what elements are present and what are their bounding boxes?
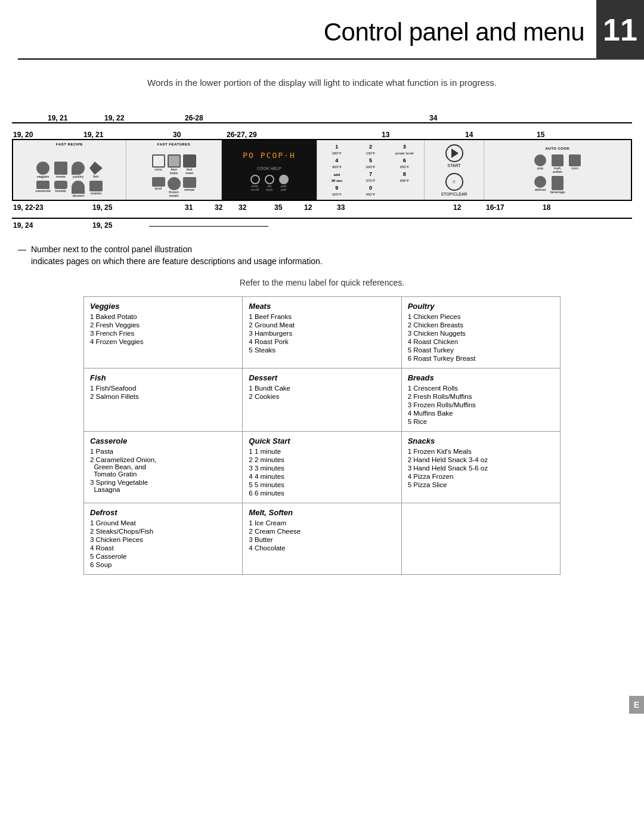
ms-1: 1 Ice Cream	[249, 519, 395, 527]
veggies-cell: Veggies 1 Baked Potato 2 Fresh Veggies 3…	[84, 297, 243, 368]
annot-26-27-29: 26-27, 29	[227, 131, 257, 139]
casserole-1: 1 Pasta	[90, 448, 236, 455]
annot-19-24: 19, 24	[13, 221, 33, 230]
fast-bake-icon: fastbake	[168, 154, 181, 175]
btn-5[interactable]: 5330°F	[355, 157, 387, 169]
breads-icon-section: breads	[53, 181, 69, 197]
casserole-icon-section: casserole	[35, 181, 51, 197]
top-divider	[18, 58, 626, 60]
stop-clear-btn-area: ▽ STOP/CLEAR	[441, 173, 467, 196]
corn-icon: corn	[568, 154, 583, 174]
meats-3: 3 Hamburgers	[249, 330, 395, 337]
btn-0[interactable]: 0450°F	[355, 185, 387, 197]
note-text-2: indicates pages on which there are featu…	[31, 256, 626, 266]
annot-34: 34	[429, 114, 437, 122]
note-arrow-icon: —	[18, 244, 26, 254]
annot-35: 35	[274, 203, 282, 212]
meats-4: 4 Roast Pork	[249, 338, 395, 345]
fast-recipe-label: FAST RECIPE	[56, 143, 83, 146]
defrost-3: 3 Chicken Pieces	[90, 536, 236, 543]
empty-cell	[401, 503, 560, 575]
annot-19-20: 19, 20	[13, 131, 33, 139]
timer-icon: timeron-off	[250, 175, 260, 191]
snacks-4: 4 Pizza Frozen	[408, 473, 554, 480]
fish-1: 1 Fish/Seafood	[90, 385, 236, 392]
display-readout: PO PCOР·H	[239, 148, 299, 162]
ms-4: 4 Chocolate	[249, 544, 395, 552]
melt-soften-icon: melt,soften	[550, 154, 565, 174]
auto-cook-label: AUTO COOK	[545, 147, 569, 150]
page-title: Control panel and menu	[0, 0, 644, 58]
breads-header: Breads	[408, 373, 554, 382]
snacks-3: 3 Hand Held Snack 5-6 oz	[408, 465, 554, 472]
poultry-4: 4 Roast Chicken	[408, 338, 554, 345]
fast-features-label: FAST FEATURES	[157, 143, 190, 146]
veggies-1: 1 Baked Potato	[90, 313, 236, 320]
meats-5: 5 Steaks	[249, 346, 395, 354]
meats-header: Meats	[249, 302, 395, 311]
conv-icon: conv	[152, 154, 165, 175]
menu-section: Refer to the menu label for quick refere…	[83, 278, 561, 575]
annot-31: 31	[185, 203, 193, 212]
btn-3[interactable]: 3power level	[388, 144, 420, 156]
clock-icon: setclock	[265, 175, 274, 191]
snacks-icon-section: snacks	[88, 181, 104, 197]
notes-section: — Number next to the control panel illus…	[18, 244, 626, 266]
dessert-1: 1 Bundt Cake	[249, 385, 395, 392]
meats-1: 1 Beef Franks	[249, 313, 395, 320]
fast-features-section: FAST FEATURES conv fastbake	[126, 140, 222, 200]
poultry-header: Poultry	[408, 302, 554, 311]
btn-8[interactable]: 8400°F	[388, 171, 420, 183]
number-pad-section: 1180°F 2130°F 3power level 4300°F 5330°F…	[317, 140, 425, 200]
defrost-btn-icon: defrost	[532, 176, 547, 194]
poultry-6: 6 Roast Turkey Breast	[408, 355, 554, 362]
btn-2[interactable]: 2130°F	[355, 144, 387, 156]
defrost-6: 6 Soup	[90, 561, 236, 568]
breads-4: 4 Muffins Bake	[408, 410, 554, 417]
poultry-3: 3 Chicken Nuggets	[408, 330, 554, 337]
table-row: Defrost 1 Ground Meat 2 Steaks/Chops/Fis…	[84, 503, 561, 575]
table-row: Veggies 1 Baked Potato 2 Fresh Veggies 3…	[84, 297, 561, 368]
annot-33: 33	[337, 203, 345, 212]
start-label: START	[445, 163, 463, 168]
btn-4[interactable]: 4300°F	[321, 157, 353, 169]
annot-12a: 12	[304, 203, 312, 212]
dessert-header: Dessert	[249, 373, 395, 382]
defrost-1: 1 Ground Meat	[90, 519, 236, 527]
fish-header: Fish	[90, 373, 236, 382]
annot-13-top: 13	[382, 131, 389, 139]
defrost-4: 4 Roast	[90, 544, 236, 552]
snacks-2: 2 Hand Held Snack 3-4 oz	[408, 456, 554, 463]
btn-7[interactable]: 7375°F	[355, 171, 387, 183]
snacks-header: Snacks	[408, 436, 554, 445]
cook-help-label: COOK HELP	[257, 166, 281, 171]
meats-icon-section: meats	[53, 162, 69, 178]
annot-30: 30	[173, 131, 181, 139]
snacks-cell: Snacks 1 Frozen Kid's Meals 2 Hand Held …	[401, 432, 560, 503]
melt-soften-cell: Melt, Soften 1 Ice Cream 2 Cream Cheese …	[243, 503, 401, 575]
annot-32a: 32	[215, 203, 222, 212]
description-text: Words in the lower portion of the displa…	[0, 78, 644, 88]
qs-3: 3 3 minutes	[249, 465, 395, 472]
dessert-icon-section: dessert	[71, 181, 86, 197]
reheat-icon: reheat	[183, 177, 196, 197]
breads-2: 2 Fresh Rolls/Muffins	[408, 393, 554, 400]
qs-6: 6 6 minutes	[249, 490, 395, 497]
bottom-e-tab: E	[629, 696, 644, 714]
breads-5: 5 Rice	[408, 418, 554, 425]
pop-icon: pop	[532, 154, 547, 174]
casserole-2: 2 Caramelized Onion, Green Bean, and Tom…	[90, 456, 236, 478]
veggies-header: Veggies	[90, 302, 236, 311]
defrost-2: 2 Steaks/Chops/Fish	[90, 528, 236, 535]
btn-6[interactable]: 6350°F	[388, 157, 420, 169]
btn-1[interactable]: 1180°F	[321, 144, 353, 156]
broil-icon: broil	[152, 177, 165, 197]
btn-9[interactable]: 9425°F	[321, 185, 353, 197]
start-section: START ▽ STOP/CLEAR	[425, 140, 484, 200]
snacks-5: 5 Pizza Slice	[408, 481, 554, 488]
qs-1: 1 1 minute	[249, 448, 395, 455]
poultry-5: 5 Roast Turkey	[408, 346, 554, 354]
fish-cell: Fish 1 Fish/Seafood 2 Salmon Fillets	[84, 368, 243, 432]
ms-3: 3 Butter	[249, 536, 395, 543]
btn-add-30[interactable]: add30 sec	[321, 171, 353, 183]
